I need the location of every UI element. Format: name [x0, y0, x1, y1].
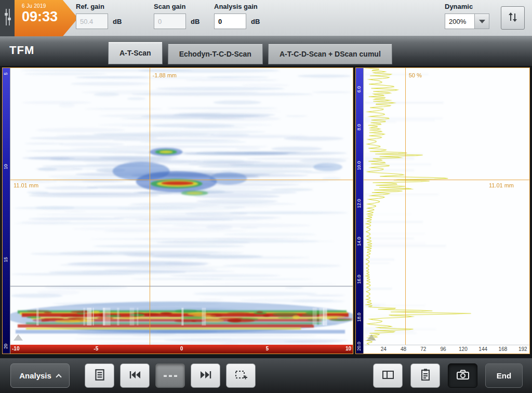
tfm-plot: -1.88 mm 11.01 mm [10, 68, 353, 345]
split-view-icon [381, 369, 395, 383]
scan-axis-tick: 0 [180, 346, 183, 351]
datetime-banner: 6 Ju 2019 09:33 [15, 0, 78, 36]
clipboard-button[interactable] [410, 363, 440, 388]
zoom-handle-icon[interactable] [366, 333, 377, 343]
analysis-gain-unit: dB [251, 18, 260, 25]
skip-last-icon [199, 369, 212, 383]
ascan-cursor-amp-label: 50 % [409, 72, 422, 78]
sliders-icon [3, 7, 12, 30]
analysis-gain-group: Analysis gain dB [214, 3, 260, 29]
tfm-depth-colorbar: 5 10 15 20 [3, 68, 10, 354]
depth-tick: 14.0 [356, 237, 362, 246]
selection-button[interactable] [226, 363, 256, 388]
scan-gain-group: Scan gain dB [154, 3, 200, 29]
tfm-vertical-cursor[interactable] [150, 68, 150, 345]
scan-axis-tick: 5 [265, 346, 269, 351]
dashes-button[interactable] [155, 363, 185, 388]
selection-icon [234, 369, 248, 383]
ref-gain-unit: dB [113, 18, 122, 25]
report-button[interactable] [85, 363, 114, 388]
amp-axis-tick: 72 [420, 346, 426, 352]
playback-tools [85, 363, 256, 388]
ascan-cursor-depth-label: 11.01 mm [489, 182, 514, 188]
depth-tick: 10 [3, 164, 8, 169]
bottombar: Analysis [0, 358, 532, 393]
ascan-trace[interactable] [364, 68, 529, 345]
depth-tick: 18.0 [356, 313, 362, 322]
end-button-label: End [497, 371, 511, 380]
analysis-menu-button[interactable]: Analysis [10, 363, 70, 388]
dynamic-updown-button[interactable] [501, 6, 525, 30]
depth-tick: 20 [3, 344, 8, 349]
skip-first-icon [128, 369, 142, 383]
dynamic-group: Dynamic 200% [445, 3, 489, 29]
scan-axis-tick: -5 [94, 346, 98, 351]
scan-gain-unit: dB [191, 18, 200, 25]
depth-tick: 15 [3, 256, 8, 262]
chevron-up-icon [56, 374, 61, 380]
report-icon [93, 368, 107, 384]
scan-axis-tick: 10 [345, 346, 351, 351]
depth-tick: 5 [3, 72, 8, 75]
output-tools: End [373, 363, 523, 388]
chevron-down-icon [479, 20, 485, 23]
end-button[interactable]: End [485, 363, 523, 388]
analysis-gain-label: Analysis gain [214, 3, 260, 10]
clipboard-icon [419, 368, 432, 384]
ref-gain-group: Ref. gain dB [76, 3, 122, 29]
amp-axis-tick: 24 [381, 346, 387, 352]
depth-tick: 8.0 [356, 124, 362, 131]
mode-title: TFM [9, 44, 34, 57]
ref-gain-label: Ref. gain [76, 3, 122, 10]
main-area: 5 10 15 20 -1.88 mm 11.01 mm -10 -5 0 5 [0, 66, 532, 358]
ascan-amplitude-axis: 24 48 72 96 120 144 168 192 [364, 345, 529, 354]
amp-axis-tick: 96 [441, 346, 446, 352]
tab-bar: TFM A-T-Scan Echodyn-T-C-D-Scan A-T-C-D-… [0, 36, 532, 66]
tfm-cursor-position-label: -1.88 mm [153, 72, 177, 78]
go-last-button[interactable] [191, 363, 220, 388]
dashes-icon [163, 371, 178, 381]
tab-a-t-c-d-scan-dscan-cumul[interactable]: A-T-C-D-Scan + DScan cumul [268, 44, 392, 64]
zoom-handle-icon[interactable] [12, 333, 24, 343]
date-label: 6 Ju 2019 [22, 3, 78, 9]
dynamic-dropdown-button[interactable] [475, 13, 489, 29]
app: 6 Ju 2019 09:33 Ref. gain dB Scan gain d… [0, 0, 532, 393]
depth-tick: 20.0 [356, 342, 362, 351]
camera-icon [456, 369, 470, 383]
tfm-cursor-depth-label: 11.01 mm [14, 182, 38, 188]
layout-button[interactable] [373, 363, 403, 388]
ascan-plot: 50 % 11.01 mm [364, 68, 529, 345]
amp-axis-tick: 48 [401, 346, 406, 352]
tfm-horizontal-cursor[interactable] [10, 180, 353, 180]
snapshot-button[interactable] [448, 363, 477, 388]
go-first-button[interactable] [120, 363, 150, 388]
depth-tick: 10.0 [356, 161, 362, 170]
analysis-gain-input[interactable] [214, 13, 246, 29]
up-down-arrows-icon [507, 11, 519, 25]
amp-axis-tick: 144 [478, 346, 487, 352]
ascan-panel: 6.0 8.0 10.0 12.0 14.0 16.0 18.0 20.0 50… [355, 67, 530, 354]
time-label: 09:33 [22, 9, 78, 24]
analysis-menu-label: Analysis [19, 371, 51, 380]
topbar: 6 Ju 2019 09:33 Ref. gain dB Scan gain d… [0, 0, 532, 36]
ref-gain-input [76, 13, 108, 29]
tfm-panel: 5 10 15 20 -1.88 mm 11.01 mm -10 -5 0 5 [2, 67, 353, 354]
amp-axis-tick: 192 [518, 346, 527, 352]
scan-gain-input [154, 13, 186, 29]
depth-tick: 16.0 [356, 275, 362, 284]
ascan-depth-colorbar: 6.0 8.0 10.0 12.0 14.0 16.0 18.0 20.0 [356, 68, 364, 354]
tabs: A-T-Scan Echodyn-T-C-D-Scan A-T-C-D-Scan… [108, 42, 392, 64]
scan-axis-tick: -10 [12, 346, 19, 351]
dynamic-label: Dynamic [445, 3, 489, 10]
amp-axis-tick: 120 [459, 346, 468, 352]
ascan-amplitude-cursor[interactable] [405, 68, 406, 345]
depth-tick: 6.0 [356, 86, 362, 93]
dynamic-value[interactable]: 200% [445, 13, 475, 29]
depth-tick: 12.0 [356, 199, 362, 208]
tab-a-t-scan[interactable]: A-T-Scan [108, 42, 163, 64]
tab-echodyn-t-c-d-scan[interactable]: Echodyn-T-C-D-Scan [168, 44, 263, 64]
amp-axis-tick: 168 [499, 346, 508, 352]
ascan-depth-cursor[interactable] [364, 180, 529, 180]
tfm-image[interactable] [10, 68, 353, 345]
settings-sliders-button[interactable] [0, 0, 16, 36]
